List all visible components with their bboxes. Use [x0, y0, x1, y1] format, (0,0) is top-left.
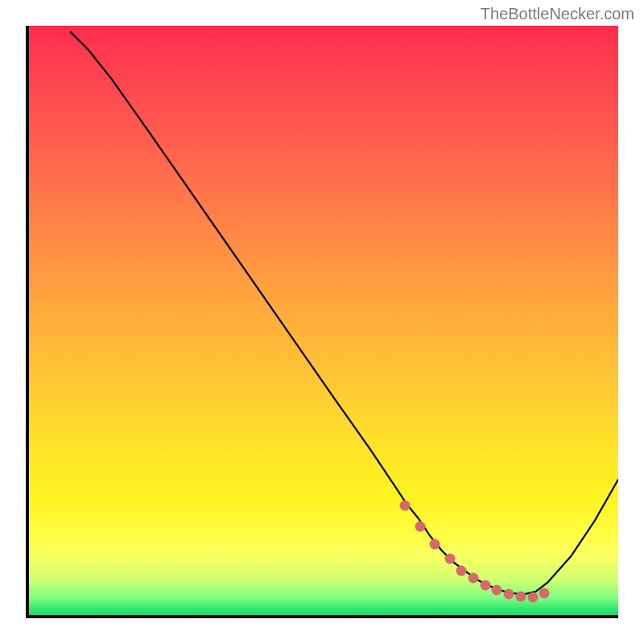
chart-marker	[539, 588, 550, 599]
chart-marker	[504, 588, 514, 599]
chart-markers-group	[29, 26, 618, 615]
chart-marker	[430, 539, 440, 550]
chart-marker	[444, 554, 455, 564]
chart-marker	[515, 591, 526, 601]
chart-marker	[492, 585, 502, 596]
chart-marker	[456, 566, 467, 576]
chart-marker	[400, 501, 411, 511]
watermark-text: TheBottleNecker.com	[481, 5, 634, 23]
chart-marker	[527, 592, 538, 602]
chart-marker	[480, 580, 490, 590]
chart-marker	[469, 573, 479, 584]
chart-plot-area	[26, 26, 618, 618]
chart-marker	[415, 521, 425, 531]
